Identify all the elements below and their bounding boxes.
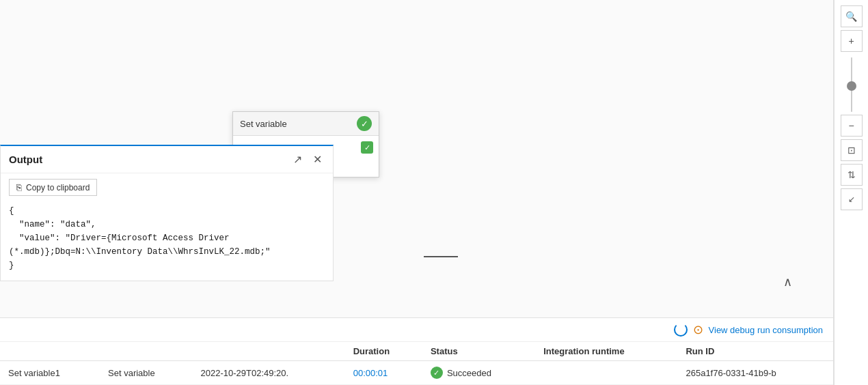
output-title: Output <box>9 154 42 165</box>
table-row[interactable]: Set variable1 Set variable 2022-10-29T02… <box>0 361 834 385</box>
col-runtime: Integration runtime <box>535 342 677 361</box>
output-panel: Output ↗ ✕ ⎘ Copy to clipboard { "name":… <box>0 145 334 281</box>
node-header: Set variable ✓ <box>233 112 379 136</box>
node-title: Set variable <box>240 119 287 129</box>
node-success-icon: ✓ <box>357 116 372 131</box>
cell-duration: 00:00:01 <box>345 361 422 385</box>
close-button[interactable]: ✕ <box>310 152 325 167</box>
col-name <box>0 342 100 361</box>
canvas-area: Set variable ✓ ✓ Output ↗ ✕ <box>0 0 834 385</box>
success-checkmark: ✓ <box>361 119 368 129</box>
minimize-button[interactable]: ↙ <box>841 188 863 210</box>
cell-status: ✓ Succeeded <box>422 361 535 385</box>
zoom-in-button[interactable]: + <box>841 30 863 52</box>
run-table: Duration Status Integration runtime Run … <box>0 342 834 385</box>
col-start <box>192 342 344 361</box>
search-icon: 🔍 <box>845 11 857 22</box>
cell-runid: 265a1f76-0331-41b9-b <box>677 361 834 385</box>
bottom-toolbar: ⊙ View debug run consumption <box>0 318 834 342</box>
right-toolbar: 🔍 + − ⊡ ⇅ ↙ <box>834 0 868 385</box>
col-type <box>100 342 192 361</box>
col-duration: Duration <box>345 342 422 361</box>
arrange-button[interactable]: ⇅ <box>841 164 863 186</box>
arrange-icon: ⇅ <box>847 169 856 180</box>
search-button[interactable]: 🔍 <box>841 5 863 27</box>
connector-line <box>424 256 458 257</box>
loading-spinner <box>674 323 688 337</box>
copy-to-clipboard-button[interactable]: ⎘ Copy to clipboard <box>9 179 97 196</box>
zoom-handle[interactable] <box>847 81 856 91</box>
expand-button[interactable]: ↗ <box>290 152 305 167</box>
status-text: Succeeded <box>447 368 491 378</box>
minimize-icon: ↙ <box>848 195 855 204</box>
clipboard-label: Copy to clipboard <box>26 183 90 192</box>
chevron-up-icon: ∧ <box>783 274 792 289</box>
table-header-row: Duration Status Integration runtime Run … <box>0 342 834 361</box>
zoom-out-button[interactable]: − <box>841 115 863 137</box>
col-runid: Run ID <box>677 342 834 361</box>
output-header: Output ↗ ✕ <box>1 146 333 173</box>
cell-name: Set variable1 <box>0 361 100 385</box>
fit-page-icon: ⊡ <box>847 145 856 156</box>
duration-link[interactable]: 00:00:01 <box>353 368 388 378</box>
fit-page-button[interactable]: ⊡ <box>841 139 863 161</box>
zoom-slider[interactable] <box>851 57 852 112</box>
collapse-button[interactable]: ∧ <box>783 274 792 289</box>
node-check-small: ✓ <box>361 141 373 154</box>
status-success: ✓ Succeeded <box>431 367 527 379</box>
cell-runtime <box>535 361 677 385</box>
warning-icon: ⊙ <box>693 322 703 337</box>
output-actions: ↗ ✕ <box>290 152 325 167</box>
view-debug-link[interactable]: View debug run consumption <box>709 325 823 335</box>
cell-type: Set variable <box>100 361 192 385</box>
zoom-line <box>851 57 852 112</box>
status-success-icon: ✓ <box>431 367 443 379</box>
zoom-in-icon: + <box>848 35 854 46</box>
cell-start: 2022-10-29T02:49:20. <box>192 361 344 385</box>
bottom-panel: ⊙ View debug run consumption Duration St… <box>0 317 834 385</box>
clipboard-icon: ⎘ <box>16 182 22 192</box>
col-status: Status <box>422 342 535 361</box>
zoom-out-icon: − <box>848 120 854 131</box>
output-content: { "name": "data", "value": "Driver={Micr… <box>1 201 333 281</box>
